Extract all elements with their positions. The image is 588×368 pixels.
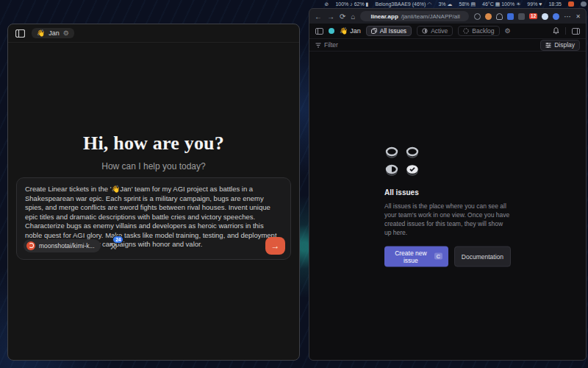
team-avatar — [329, 28, 334, 34]
cpu-status: 3% ☁ — [438, 1, 452, 7]
filter-icon — [315, 43, 321, 48]
desktop-wallpaper: ⊘ 100% ♪ 62% ▮ Belong3BAAE9 (46%) ◠ 3% ☁… — [0, 0, 588, 368]
jan-app-window: 👋 Jan ⚙ Hi, how are you? How can I help … — [7, 24, 300, 361]
tab-active-label: Active — [431, 27, 448, 35]
linear-sidebar-toggle-icon[interactable] — [315, 28, 323, 35]
right-panel-toggle-icon[interactable] — [572, 28, 580, 35]
empty-state-actions: Create new issue C Documentation — [384, 246, 511, 266]
extension-counter-badge[interactable]: 12 — [529, 13, 537, 20]
linear-header-right — [553, 27, 580, 35]
clock: 18:35 — [548, 1, 562, 7]
team-name-label: Jan — [350, 27, 361, 35]
display-button[interactable]: Display — [540, 40, 580, 51]
issues-icon — [371, 28, 377, 34]
forward-button[interactable]: → — [327, 13, 334, 21]
send-button[interactable]: → — [265, 237, 285, 255]
model-selector[interactable]: moonshotai/kimi-k... — [24, 239, 101, 252]
backlog-coin-icon — [405, 145, 420, 158]
linear-header: 👋 Jan All Issues Active Backlog ⚙ — [309, 24, 586, 38]
filter-label: Filter — [324, 41, 338, 49]
send-arrow-icon: → — [271, 241, 280, 251]
greeting-title: Hi, how are you? — [8, 132, 299, 155]
chat-tab-jan[interactable]: 👋 Jan ⚙ — [32, 28, 74, 38]
extension-flag-icon[interactable] — [507, 13, 514, 20]
view-settings-gear-icon[interactable]: ⚙ — [505, 27, 511, 35]
back-button[interactable]: ← — [315, 13, 322, 21]
create-new-issue-button[interactable]: Create new issue C — [384, 246, 448, 266]
create-new-issue-label: Create new issue — [390, 249, 431, 263]
documentation-button[interactable]: Documentation — [454, 246, 511, 266]
overflow-menu-icon[interactable]: ⋯ — [564, 13, 571, 21]
extension-light-icon[interactable] — [542, 13, 548, 20]
composer-toolbar: moonshotai/kimi-k... ⚒ 24 → — [24, 237, 285, 255]
extension-image-icon[interactable] — [518, 13, 525, 20]
mail-icon[interactable] — [568, 1, 574, 7]
model-provider-icon — [26, 241, 35, 250]
todo-status-icon — [384, 145, 399, 158]
reload-button[interactable]: ⟳ — [340, 13, 345, 21]
notifications-off-icon: ⊘ — [325, 1, 329, 7]
status-icons-grid — [384, 145, 511, 176]
header-divider — [565, 27, 566, 35]
extension-orange-icon[interactable] — [485, 13, 492, 20]
wave-emoji-icon: 👋 — [37, 29, 45, 37]
shortcut-key-badge: C — [434, 253, 442, 260]
chat-tab-label: Jan — [49, 29, 60, 37]
tab-backlog[interactable]: Backlog — [458, 26, 499, 36]
greeting-block: Hi, how are you? How can I help you toda… — [8, 132, 299, 171]
extension-cloud-icon[interactable] — [496, 13, 503, 20]
done-status-icon — [405, 163, 420, 176]
extension-globe-icon[interactable] — [474, 13, 481, 20]
extension-blue-icon[interactable] — [553, 13, 559, 20]
tab-all-issues-label: All Issues — [380, 27, 406, 35]
tools-count-badge: 24 — [112, 236, 123, 244]
tab-active[interactable]: Active — [417, 26, 453, 36]
memory-status: 58% ▤ — [459, 1, 476, 7]
app-tray-icon[interactable] — [581, 1, 587, 7]
url-path: /janii/team/JANAPP/all — [401, 13, 460, 20]
linear-filter-bar: Filter Display — [309, 38, 586, 52]
wifi-network-status: Belong3BAAE9 (46%) ◠ — [375, 1, 431, 7]
greeting-subtitle: How can I help you today? — [8, 161, 299, 171]
tab-all-issues[interactable]: All Issues — [366, 26, 412, 36]
tools-button[interactable]: ⚒ 24 — [110, 239, 118, 252]
linear-body: All issues All issues is the place where… — [309, 52, 586, 360]
close-toolbar-icon[interactable]: ✕ — [576, 13, 581, 20]
browser-window: ← → ⟳ ⌂ linear.app/janii/team/JANAPP/all… — [309, 8, 587, 361]
active-status-icon — [422, 28, 428, 34]
extensions-row: 12 ⋯ ✕ — [474, 13, 581, 21]
team-wave-emoji-icon: 👋 — [340, 27, 348, 35]
system-status-bar: ⊘ 100% ♪ 62% ▮ Belong3BAAE9 (46%) ◠ 3% ☁… — [309, 0, 587, 8]
browser-toolbar: ← → ⟳ ⌂ linear.app/janii/team/JANAPP/all… — [309, 9, 586, 24]
display-sliders-icon — [545, 43, 551, 48]
home-button[interactable]: ⌂ — [351, 13, 355, 21]
model-selector-label: moonshotai/kimi-k... — [39, 242, 95, 250]
display-label: Display — [554, 41, 575, 49]
address-bar[interactable]: linear.app/janii/team/JANAPP/all — [360, 11, 469, 21]
in-progress-status-icon — [384, 163, 399, 176]
temperature-status: 46°C ▦ 100% ☀ — [482, 1, 520, 7]
gear-icon[interactable]: ⚙ — [63, 29, 69, 37]
notifications-bell-icon[interactable] — [553, 27, 559, 35]
backlog-status-icon — [463, 28, 469, 34]
volume-battery-status: 100% ♪ 62% ▮ — [335, 1, 368, 7]
filter-button[interactable]: Filter — [315, 41, 338, 49]
tab-backlog-label: Backlog — [472, 27, 494, 35]
sidebar-toggle-icon[interactable] — [15, 29, 25, 38]
empty-state: All issues All issues is the place where… — [384, 145, 511, 266]
team-name: 👋 Jan — [340, 27, 361, 35]
linear-app: 👋 Jan All Issues Active Backlog ⚙ — [309, 24, 586, 360]
jan-header: 👋 Jan ⚙ — [8, 24, 299, 43]
battery-status: 99% ♥ — [527, 1, 542, 7]
empty-state-description: All issues is the place where you can se… — [384, 201, 511, 236]
url-host: linear.app — [370, 13, 398, 20]
empty-state-title: All issues — [384, 188, 511, 196]
prompt-composer[interactable]: Create Linear tickets in the '👋Jan' team… — [16, 177, 291, 260]
